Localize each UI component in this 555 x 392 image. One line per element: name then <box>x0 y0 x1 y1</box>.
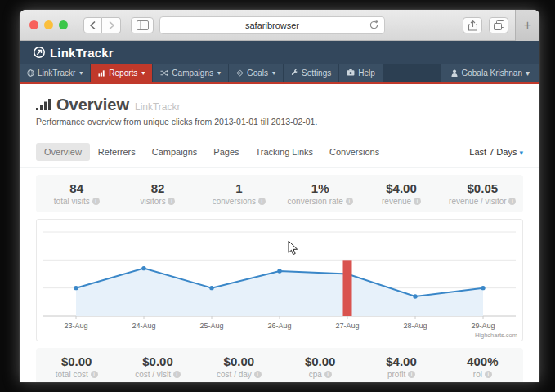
stat-profit: $4.00profit i <box>360 354 441 379</box>
stat-label: visitors <box>141 197 166 206</box>
stat-value: 1% <box>280 181 360 195</box>
info-icon[interactable]: i <box>92 198 100 205</box>
show-tabs-button[interactable] <box>489 17 508 33</box>
brand-name: LinkTrackr <box>50 46 114 60</box>
new-tab-button[interactable]: + <box>515 10 539 41</box>
info-icon[interactable]: i <box>408 371 415 378</box>
nav-item-linktrackr[interactable]: LinkTrackr ▾ <box>20 64 91 82</box>
stat-total-visits: 84total visits i <box>36 181 117 206</box>
nav-item-settings[interactable]: Settings <box>284 64 339 82</box>
user-icon <box>451 69 458 77</box>
nav-label: Help <box>358 69 375 78</box>
stat-value: 1 <box>199 181 280 195</box>
nav-item-help[interactable]: Help <box>339 64 383 82</box>
stat-value: $0.00 <box>36 354 117 368</box>
chevron-right-icon <box>108 20 115 30</box>
info-icon[interactable]: i <box>91 371 98 378</box>
user-menu[interactable]: Gobala Krishnan ▾ <box>441 64 539 82</box>
stat-value: 400% <box>442 354 523 368</box>
stat-value: $4.00 <box>360 354 441 368</box>
stat-label: conversion rate <box>288 197 343 206</box>
chevron-left-icon <box>89 20 96 30</box>
sidebar-toggle-button[interactable] <box>131 17 154 33</box>
stats-row-bottom: $0.00total cost i $0.00cost / visit i $0… <box>36 348 523 382</box>
mouse-cursor <box>288 240 298 256</box>
caret-down-icon: ▾ <box>79 69 83 77</box>
stat-value: 84 <box>36 181 117 195</box>
info-icon[interactable]: i <box>508 198 516 205</box>
info-icon[interactable]: i <box>324 371 332 378</box>
info-icon[interactable]: i <box>485 371 492 378</box>
bar-chart-icon <box>98 69 105 77</box>
reload-icon <box>369 20 379 30</box>
reload-button[interactable] <box>369 20 379 32</box>
info-icon[interactable]: i <box>346 198 353 205</box>
info-icon[interactable]: i <box>258 198 266 205</box>
globe-icon <box>27 69 34 77</box>
tab-campaigns[interactable]: Campaigns <box>144 143 206 161</box>
stat-value: $0.05 <box>442 181 523 195</box>
stat-label: cost / visit <box>135 370 171 379</box>
tab-referrers[interactable]: Referrers <box>90 143 144 161</box>
stat-label: revenue / visitor <box>449 197 507 206</box>
caret-down-icon: ▾ <box>519 149 523 157</box>
stat-revenue: $4.00revenue i <box>360 181 441 206</box>
date-range-dropdown[interactable]: Last 7 Days ▾ <box>469 147 523 157</box>
page-subtitle: Performance overview from unique clicks … <box>36 117 523 127</box>
svg-text:27-Aug: 27-Aug <box>335 322 359 330</box>
back-button[interactable] <box>83 17 102 33</box>
share-button[interactable] <box>463 17 482 33</box>
caret-down-icon: ▾ <box>141 69 145 77</box>
nav-item-campaigns[interactable]: Campaigns ▾ <box>153 64 229 82</box>
caret-down-icon: ▾ <box>526 69 530 78</box>
share-icon <box>468 20 477 31</box>
tabs-overview-icon <box>494 20 504 30</box>
nav-label: Campaigns <box>172 69 213 78</box>
highcharts-credit[interactable]: Highcharts.com <box>475 332 517 339</box>
stat-label: conversions <box>213 197 256 206</box>
minimize-button[interactable] <box>44 20 53 29</box>
signal-bars-icon <box>36 98 51 110</box>
wrench-icon <box>291 69 298 77</box>
stat-label: revenue <box>382 197 411 206</box>
page-head: Overview LinkTrackr Performance overview… <box>20 84 539 136</box>
browser-window: safaribrowser + <box>20 10 539 382</box>
info-icon[interactable]: i <box>168 198 175 205</box>
help-camera-icon <box>347 69 355 76</box>
goal-diamond-icon <box>236 69 244 77</box>
stat-value: 82 <box>117 181 198 195</box>
tab-conversions[interactable]: Conversions <box>321 143 387 161</box>
tab-tracking-links[interactable]: Tracking Links <box>248 143 322 161</box>
report-tabs: Overview Referrers Campaigns Pages Track… <box>20 136 539 168</box>
stat-cpa: $0.00cpa i <box>280 354 360 379</box>
info-icon[interactable]: i <box>173 371 181 378</box>
url-text: safaribrowser <box>245 20 299 30</box>
main-nav: LinkTrackr ▾ Reports ▾ Campaigns ▾ Goals… <box>20 64 539 82</box>
svg-text:24-Aug: 24-Aug <box>132 322 155 330</box>
clicks-chart[interactable]: 23-Aug24-Aug25-Aug26-Aug27-Aug28-Aug29-A… <box>36 219 523 341</box>
nav-item-reports[interactable]: Reports ▾ <box>91 64 153 82</box>
info-icon[interactable]: i <box>254 371 262 378</box>
close-button[interactable] <box>29 20 38 29</box>
caret-down-icon: ▾ <box>217 69 221 77</box>
stat-cost-per-visit: $0.00cost / visit i <box>117 354 198 379</box>
nav-item-goals[interactable]: Goals ▾ <box>229 64 284 82</box>
info-icon[interactable]: i <box>414 198 421 205</box>
brand-logo[interactable]: LinkTrackr <box>33 46 114 60</box>
sidebar-icon <box>137 20 149 30</box>
stat-label: cost / day <box>217 370 252 379</box>
address-bar[interactable]: safaribrowser <box>159 16 385 34</box>
stat-value: $0.00 <box>117 354 198 368</box>
stat-conversions: 1conversions i <box>199 181 280 206</box>
stat-revenue-per-visitor: $0.05revenue / visitor i <box>442 181 523 206</box>
browser-titlebar: safaribrowser + <box>20 10 539 41</box>
svg-text:25-Aug: 25-Aug <box>199 322 223 330</box>
stat-roi: 400%roi i <box>442 354 523 379</box>
user-name: Gobala Krishnan <box>461 69 522 78</box>
svg-text:26-Aug: 26-Aug <box>267 322 291 330</box>
tab-pages[interactable]: Pages <box>205 143 247 161</box>
nav-label: Settings <box>302 69 331 78</box>
forward-button[interactable] <box>102 17 121 33</box>
tab-overview[interactable]: Overview <box>36 143 90 161</box>
zoom-button[interactable] <box>59 20 68 29</box>
